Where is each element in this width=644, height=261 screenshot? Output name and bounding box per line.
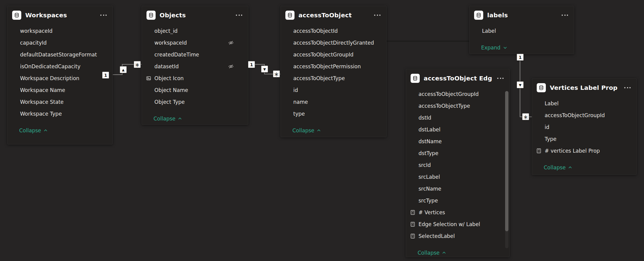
card-header[interactable]: Objects (142, 6, 248, 24)
database-icon (474, 11, 483, 20)
more-options-button[interactable] (373, 12, 381, 18)
calculator-icon (410, 222, 415, 227)
field-srcName[interactable]: srcName (406, 183, 509, 195)
field-accessToObjectPermission[interactable]: accessToObjectPermission (281, 60, 386, 72)
field-datasetId[interactable]: datasetId (142, 60, 248, 72)
cardinality-one: 1 (102, 72, 109, 79)
database-icon (537, 83, 546, 92)
field-defaultDatasetStorageFormat[interactable]: defaultDatasetStorageFormat (8, 49, 112, 60)
relationship-line-dim[interactable] (387, 41, 469, 42)
field-id[interactable]: id (532, 121, 636, 133)
table-title: Objects (160, 12, 186, 19)
table-card-vertices-label-prop: Vertices Label Prop Label accessToObject… (532, 78, 637, 175)
field-workspace-name[interactable]: Workspace Name (8, 84, 112, 96)
scrollbar[interactable] (505, 91, 508, 248)
cardinality-many: * (273, 70, 280, 77)
field-name[interactable]: name (281, 96, 386, 108)
card-header[interactable]: Workspaces (8, 6, 112, 24)
filter-direction-arrow-icon: ▼ (517, 81, 524, 88)
chevron-up-icon (44, 129, 47, 132)
eye-off-icon (228, 63, 234, 69)
database-icon (411, 74, 420, 83)
table-title: accessToObject Edges L... (424, 75, 492, 82)
field-list: accessToObjectGroupId accessToObjectType… (406, 87, 509, 242)
field-workspace-description[interactable]: Workspace Description (8, 72, 112, 84)
field-accessToObjectGroupId[interactable]: accessToObjectGroupId (406, 88, 509, 100)
calculator-icon (410, 210, 415, 215)
field-list: object_id workspaceId createdDateTime da… (142, 24, 248, 108)
table-title: Vertices Label Prop (550, 84, 618, 91)
field-accessToObjectGroupId[interactable]: accessToObjectGroupId (281, 49, 386, 60)
field-list: accessToObjectId accessToObjectDirectlyG… (281, 24, 386, 120)
table-card-accessToObject-edges: accessToObject Edges L... accessToObject… (406, 69, 510, 257)
table-card-accessToObject: accessToObject accessToObjectId accessTo… (281, 6, 387, 137)
filter-direction-arrow-icon: ▼ (261, 66, 268, 73)
field-object-name[interactable]: Object Name (142, 84, 248, 96)
collapse-link[interactable]: Collapse (153, 116, 182, 122)
chevron-up-icon (442, 252, 446, 254)
field-srcLabel[interactable]: srcLabel (406, 171, 509, 183)
field-accessToObjectType[interactable]: accessToObjectType (406, 100, 509, 112)
more-options-button[interactable] (99, 12, 108, 18)
collapse-link[interactable]: Collapse (19, 127, 47, 134)
field-label[interactable]: Label (470, 25, 574, 37)
table-card-objects: Objects object_id workspaceId createdDat… (142, 6, 248, 125)
field-type[interactable]: Type (532, 133, 636, 145)
more-options-button[interactable] (561, 12, 569, 18)
field-dstLabel[interactable]: dstLabel (406, 124, 509, 135)
field-type[interactable]: type (281, 108, 386, 120)
field-accessToObjectId[interactable]: accessToObjectId (281, 25, 386, 37)
field-workspaceId[interactable]: workspaceId (8, 25, 112, 37)
eye-off-icon (228, 40, 234, 46)
more-options-button[interactable] (623, 85, 632, 91)
chevron-down-icon (503, 46, 507, 49)
expand-link[interactable]: Expand (481, 45, 507, 51)
table-title: accessToObject (298, 12, 352, 19)
field-workspace-state[interactable]: Workspace State (8, 96, 112, 108)
field-dstName[interactable]: dstName (406, 135, 509, 147)
chevron-up-icon (568, 166, 572, 169)
field-dstType[interactable]: dstType (406, 147, 509, 159)
field-capacityId[interactable]: capacityId (8, 37, 112, 49)
cardinality-one: 1 (248, 61, 255, 68)
measure-edge-selection-w-label[interactable]: Edge Selection w/ Label (406, 218, 509, 230)
field-object_id[interactable]: object_id (142, 25, 248, 37)
more-options-button[interactable] (496, 75, 505, 81)
collapse-link[interactable]: Collapse (418, 250, 446, 256)
field-list: Label accessToObjectGroupId id Type # ve… (532, 97, 636, 157)
measure-num-vertices[interactable]: # Vertices (406, 206, 509, 218)
card-header[interactable]: labels (470, 6, 574, 24)
collapse-link[interactable]: Collapse (292, 127, 321, 134)
field-dstId[interactable]: dstId (406, 112, 509, 124)
relationship-line[interactable] (113, 74, 122, 75)
collapse-link[interactable]: Collapse (544, 164, 572, 171)
scrollbar-thumb[interactable] (505, 91, 508, 231)
field-object-type[interactable]: Object Type (142, 96, 248, 108)
field-label[interactable]: Label (532, 97, 636, 109)
more-options-button[interactable] (235, 12, 243, 18)
field-accessToObjectGroupId[interactable]: accessToObjectGroupId (532, 109, 636, 121)
field-srcId[interactable]: srcId (406, 159, 509, 171)
table-title: Workspaces (25, 12, 67, 19)
field-workspace-type[interactable]: Workspace Type (8, 108, 112, 120)
field-accessToObjectDirectlyGranted[interactable]: accessToObjectDirectlyGranted (281, 37, 386, 49)
field-createdDateTime[interactable]: createdDateTime (142, 49, 248, 60)
field-id[interactable]: id (281, 84, 386, 96)
table-card-workspaces: Workspaces workspaceId capacityId defaul… (7, 6, 113, 144)
table-card-labels: labels Label Expand (469, 6, 574, 54)
database-icon (146, 11, 156, 20)
card-header[interactable]: accessToObject Edges L... (406, 69, 509, 87)
field-object-icon[interactable]: Object Icon (142, 72, 248, 84)
field-accessToObjectType[interactable]: accessToObjectType (281, 72, 386, 84)
filter-direction-arrow-icon: ▲ (120, 66, 127, 73)
field-srcType[interactable]: srcType (406, 195, 509, 206)
measure-num-vertices-label-prop[interactable]: # vertices Label Prop (532, 145, 636, 157)
card-header[interactable]: Vertices Label Prop (532, 79, 636, 97)
database-icon (285, 11, 294, 20)
cardinality-one: 1 (517, 54, 524, 61)
measure-selectedLabel[interactable]: SelectedLabel (406, 230, 509, 242)
card-header[interactable]: accessToObject (281, 6, 386, 24)
field-workspaceId[interactable]: workspaceId (142, 37, 248, 49)
chevron-up-icon (317, 129, 321, 132)
field-isOnDedicatedCapacity[interactable]: isOnDedicatedCapacity (8, 60, 112, 72)
